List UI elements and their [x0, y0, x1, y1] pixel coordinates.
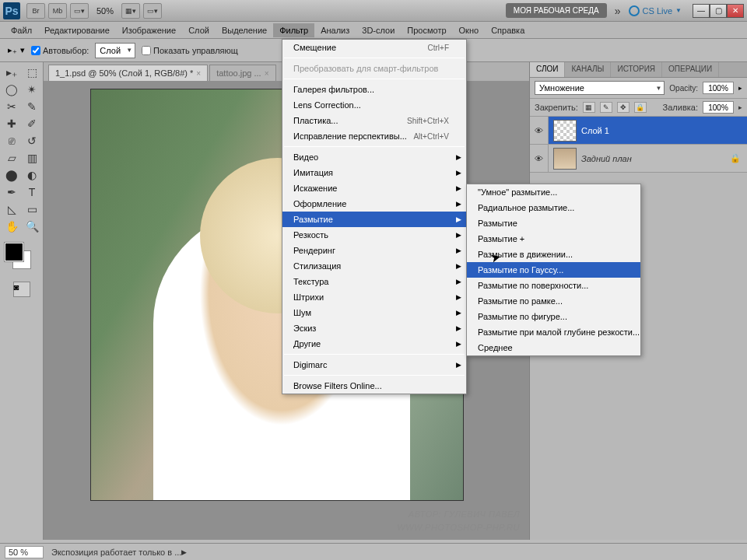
tool-gradient[interactable]: ▥ [22, 149, 42, 166]
tool-lasso[interactable]: ◯ [2, 81, 22, 98]
tool-marquee[interactable]: ⬚ [22, 64, 42, 81]
panel-tab-actions[interactable]: ОПЕРАЦИИ [662, 62, 719, 77]
quickmask-button[interactable]: ◙ [13, 282, 30, 297]
layer-name-0[interactable]: Слой 1 [581, 126, 747, 135]
maximize-button[interactable]: ▢ [710, 4, 727, 18]
blur-gaussian[interactable]: Размытие по Гауссу... [467, 262, 640, 278]
blur-motion[interactable]: Размытие в движении... [467, 247, 640, 262]
panel-tab-layers[interactable]: СЛОИ [530, 62, 565, 77]
layer-thumb-1[interactable] [553, 148, 577, 170]
doc-tab-0-close-icon[interactable]: × [196, 69, 201, 78]
filter-cat-texture[interactable]: Текстура▶ [282, 274, 466, 289]
tool-quickselect[interactable]: ✴ [22, 81, 42, 98]
filter-browse-online[interactable]: Browse Filters Online... [282, 378, 466, 394]
foreground-color-swatch[interactable] [5, 243, 23, 261]
filter-cat-video[interactable]: Видео▶ [282, 149, 466, 165]
filter-cat-render[interactable]: Рендеринг▶ [282, 243, 466, 258]
tool-path[interactable]: ◺ [2, 201, 22, 218]
menu-3d[interactable]: 3D-слои [356, 23, 401, 37]
filter-liquify[interactable]: Пластика...Shift+Ctrl+X [282, 113, 466, 128]
title-zoom[interactable]: 50% [96, 6, 114, 16]
filter-lens[interactable]: Lens Correction... [282, 97, 466, 113]
cslive-button[interactable]: CS Live ▼ [629, 5, 682, 16]
filter-cat-brush[interactable]: Штрихи▶ [282, 289, 466, 305]
doc-tab-1-close-icon[interactable]: × [265, 69, 269, 78]
filter-cat-artistic[interactable]: Имитация▶ [282, 165, 466, 180]
filter-digimarc[interactable]: Digimarc▶ [282, 357, 466, 373]
menu-layer[interactable]: Слой [182, 23, 216, 37]
extras-icon[interactable]: ▭▾ [143, 3, 162, 19]
tool-dodge[interactable]: ◐ [22, 166, 42, 184]
menu-help[interactable]: Справка [485, 23, 531, 37]
bridge-icon[interactable]: Br [26, 3, 45, 19]
tool-move[interactable]: ▸₊ [2, 64, 22, 81]
color-swatches[interactable] [2, 243, 41, 271]
opacity-flyout-icon[interactable]: ▸ [738, 84, 742, 92]
filter-cat-noise[interactable]: Шум▶ [282, 305, 466, 320]
tool-eraser[interactable]: ▱ [2, 149, 22, 166]
filter-gallery[interactable]: Галерея фильтров... [282, 82, 466, 97]
menu-analysis[interactable]: Анализ [314, 23, 356, 37]
filter-convert-smart[interactable]: Преобразовать для смарт-фильтров [282, 61, 466, 76]
lock-transparency-icon[interactable]: ▦ [583, 102, 595, 113]
menu-file[interactable]: Файл [5, 23, 38, 37]
show-controls-checkbox[interactable]: Показать управляющ [142, 46, 238, 55]
blur-average[interactable]: Среднее [467, 340, 640, 355]
workspace-chevrons-icon[interactable]: » [615, 5, 621, 17]
status-message[interactable]: Экспозиция работает только в ... ▶ [51, 548, 191, 557]
menu-image[interactable]: Изображение [116, 23, 182, 37]
tool-preset-icon[interactable]: ▸₊ ▾ [8, 42, 25, 59]
autoselect-dropdown[interactable]: Слой [95, 43, 135, 58]
blur-lens[interactable]: Размытие при малой глубине резкости... [467, 324, 640, 340]
lock-pixels-icon[interactable]: ✎ [600, 102, 612, 113]
blur-shape[interactable]: Размытие по фигуре... [467, 309, 640, 324]
minimize-button[interactable]: — [693, 4, 710, 18]
menu-select[interactable]: Выделение [216, 23, 273, 37]
status-arrow-icon[interactable]: ▶ [181, 548, 187, 556]
menu-view[interactable]: Просмотр [401, 23, 452, 37]
tool-history-brush[interactable]: ↺ [22, 132, 42, 149]
blur-blur[interactable]: Размытие [467, 215, 640, 231]
blur-surface[interactable]: Размытие по поверхности... [467, 278, 640, 293]
lock-all-icon[interactable]: 🔒 [634, 102, 647, 113]
layer-row-1[interactable]: 👁 Задний план 🔒 [530, 145, 747, 173]
filter-vanishing[interactable]: Исправление перспективы...Alt+Ctrl+V [282, 128, 466, 144]
filter-cat-stylize[interactable]: Стилизация▶ [282, 258, 466, 274]
tool-heal[interactable]: ✚ [2, 115, 22, 132]
workspace-badge[interactable]: МОЯ РАБОЧАЯ СРЕДА [506, 3, 607, 18]
blur-more[interactable]: Размытие + [467, 231, 640, 247]
layer-row-0[interactable]: 👁 Слой 1 [530, 117, 747, 145]
close-button[interactable]: ✕ [727, 4, 744, 18]
layer-thumb-0[interactable] [553, 120, 577, 142]
tool-shape[interactable]: ▭ [22, 201, 42, 218]
tool-crop[interactable]: ✂ [2, 98, 22, 115]
layer-name-1[interactable]: Задний план [581, 154, 730, 163]
status-zoom[interactable]: 50 % [5, 546, 44, 558]
minibrige-icon[interactable]: Mb [48, 3, 67, 19]
autoselect-checkbox[interactable]: Автовыбор: [31, 46, 89, 55]
panel-tab-history[interactable]: ИСТОРИЯ [611, 62, 662, 77]
fill-flyout-icon[interactable]: ▸ [738, 103, 742, 111]
menu-filter[interactable]: Фильтр [273, 23, 314, 37]
layer-visibility-icon[interactable]: 👁 [530, 145, 549, 172]
opacity-input[interactable] [703, 82, 734, 94]
filter-cat-sketch[interactable]: Эскиз▶ [282, 320, 466, 336]
blur-radial[interactable]: Радиальное размытие... [467, 200, 640, 215]
blur-smart[interactable]: "Умное" размытие... [467, 184, 640, 200]
filter-cat-sharpen[interactable]: Резкость▶ [282, 227, 466, 243]
tool-hand[interactable]: ✋ [2, 218, 22, 235]
fill-input[interactable] [703, 101, 734, 114]
arrange-docs-icon[interactable]: ▦▾ [121, 3, 140, 19]
filter-cat-pixelate[interactable]: Оформление▶ [282, 196, 466, 212]
blur-box[interactable]: Размытие по рамке... [467, 293, 640, 309]
tool-zoom[interactable]: 🔍 [22, 218, 42, 235]
tool-eyedropper[interactable]: ✎ [22, 98, 42, 115]
filter-cat-other[interactable]: Другие▶ [282, 336, 466, 352]
filter-cat-distort[interactable]: Искажение▶ [282, 180, 466, 196]
tool-brush[interactable]: ✐ [22, 115, 42, 132]
doc-tab-1[interactable]: tattoo.jpg ... × [209, 65, 275, 81]
tool-stamp[interactable]: ⎚ [2, 132, 22, 149]
blend-mode-dropdown[interactable]: Умножение [535, 81, 665, 95]
filter-recent[interactable]: Смещение Ctrl+F [282, 40, 466, 55]
panel-tab-channels[interactable]: КАНАЛЫ [565, 62, 611, 77]
